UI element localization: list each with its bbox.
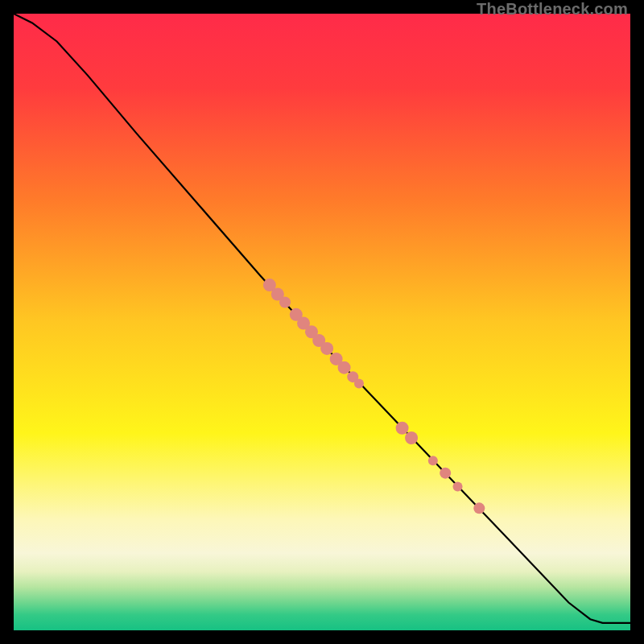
data-point (396, 422, 409, 435)
data-point (453, 482, 463, 492)
watermark-label: TheBottleneck.com (477, 0, 628, 19)
data-point (440, 468, 451, 479)
data-point (428, 456, 438, 465)
data-point (405, 431, 418, 444)
data-point (473, 502, 485, 514)
chart-background (14, 14, 630, 630)
data-point (279, 296, 291, 308)
chart-frame (14, 14, 630, 630)
chart-canvas (14, 14, 630, 630)
data-point (320, 342, 333, 355)
data-point (354, 379, 364, 389)
data-point (338, 361, 351, 374)
